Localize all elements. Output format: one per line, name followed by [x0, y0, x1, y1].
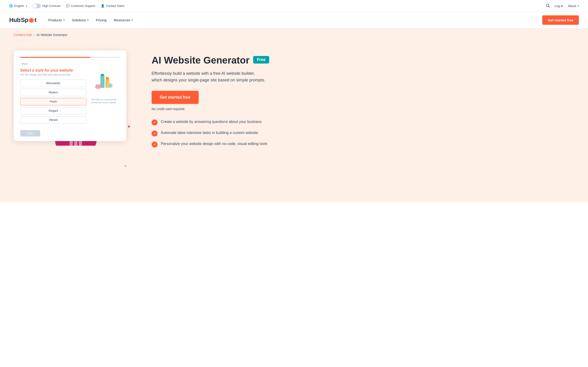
- feature-list: Create a website by answering questions …: [152, 119, 285, 148]
- chevron-down-icon: ▾: [132, 19, 133, 21]
- feature-item-2: Automate labor-intensive tasks in buildi…: [152, 130, 285, 136]
- option-elegant[interactable]: Elegant: [20, 107, 86, 115]
- nav-solutions[interactable]: Solutions ▾: [69, 16, 91, 24]
- svg-rect-3: [101, 74, 104, 76]
- sparkle-decoration-2: ✦: [127, 124, 131, 129]
- contact-sales-label: Contact Sales: [106, 4, 124, 8]
- language-label: English: [14, 4, 24, 8]
- back-arrow-icon: ‹: [20, 62, 21, 65]
- preview-title-style: style: [35, 68, 43, 72]
- search-icon[interactable]: [546, 3, 550, 8]
- feature-item-1: Create a website by answering questions …: [152, 119, 285, 125]
- logo-dot-icon: ◉: [29, 17, 34, 24]
- preview-card: ‹ Back Select a style for your website Y…: [14, 50, 126, 141]
- hero-title-row: AI Website Generator Free: [152, 55, 285, 66]
- chevron-down-icon: ▾: [26, 5, 27, 7]
- preview-next-button[interactable]: Next: [20, 130, 40, 136]
- hero-right: AI Website Generator Free Effortlessly b…: [152, 50, 285, 148]
- customer-support-label: Customer Support: [71, 4, 95, 8]
- top-bar: 🌐 English ▾ High Contrast 💬 Customer Sup…: [0, 0, 588, 12]
- check-icon-1: [152, 119, 157, 125]
- preview-options-list: Minimalistic Modern Fresh Elegant Vibran…: [20, 80, 86, 124]
- breadcrumb-parent-link[interactable]: Content Hub: [14, 33, 32, 37]
- hubspot-logo[interactable]: Hub Sp ◉ t: [9, 17, 36, 24]
- chevron-down-icon: ▾: [63, 19, 65, 21]
- high-contrast-label: High Contrast: [42, 4, 61, 8]
- get-started-nav-button[interactable]: Get started free: [542, 15, 579, 25]
- svg-rect-2: [100, 75, 104, 88]
- logo-hub: Hub: [9, 17, 20, 24]
- chevron-down-icon: ▾: [578, 5, 579, 7]
- customer-support-link[interactable]: 💬 Customer Support: [66, 4, 95, 8]
- hero-title: AI Website Generator: [152, 55, 250, 66]
- nav-items: Products ▾ Solutions ▾ Pricing Resources…: [45, 16, 135, 24]
- nav-products[interactable]: Products ▾: [45, 16, 67, 24]
- free-badge: Free: [253, 56, 269, 64]
- top-bar-left: 🌐 English ▾ High Contrast 💬 Customer Sup…: [9, 4, 124, 8]
- check-icon-3: [152, 142, 157, 148]
- preview-illustration: [90, 71, 120, 96]
- check-icon-2: [152, 131, 157, 136]
- option-modern[interactable]: Modern: [20, 89, 86, 96]
- svg-line-1: [549, 6, 550, 7]
- nav-pricing[interactable]: Pricing: [93, 16, 109, 24]
- no-credit-text: No credit card required.: [152, 107, 285, 111]
- hero-left: ✦ ✦ ‹ Back Select a style for your websi…: [14, 50, 133, 141]
- svg-point-0: [546, 4, 549, 7]
- chat-icon: 💬: [66, 4, 69, 8]
- hero-description: Effortlessly build a website with a free…: [152, 70, 267, 83]
- preview-subtitle: You can change your fonts and colors at …: [20, 73, 86, 76]
- breadcrumb: Content Hub › AI Website Generator: [0, 28, 588, 41]
- feature-text-2: Automate labor-intensive tasks in buildi…: [161, 130, 258, 135]
- preview-back-button[interactable]: ‹ Back: [20, 62, 120, 65]
- feature-text-1: Create a website by answering questions …: [161, 119, 262, 125]
- high-contrast-toggle[interactable]: High Contrast: [33, 4, 61, 8]
- login-link[interactable]: Log in: [554, 4, 563, 8]
- preview-title-prefix: Select a: [20, 68, 35, 72]
- svg-rect-8: [96, 84, 100, 88]
- globe-icon: 🌐: [9, 4, 13, 8]
- solutions-label: Solutions: [72, 18, 86, 22]
- option-vibrant[interactable]: Vibrant: [20, 116, 86, 124]
- logo-spot: Sp: [21, 17, 28, 24]
- feature-text-3: Personalize your website design with no-…: [161, 141, 267, 147]
- language-selector[interactable]: 🌐 English ▾: [9, 4, 27, 8]
- svg-point-10: [108, 84, 112, 87]
- contact-sales-link[interactable]: 👤 Contact Sales: [101, 4, 124, 8]
- person-icon: 👤: [101, 4, 104, 8]
- back-label: Back: [22, 62, 27, 65]
- pricing-label: Pricing: [96, 18, 106, 22]
- toggle-switch[interactable]: [33, 4, 41, 8]
- products-label: Products: [48, 18, 62, 22]
- top-bar-right: Log in About ▾: [546, 3, 579, 8]
- resources-label: Resources: [114, 18, 130, 22]
- svg-rect-5: [106, 77, 109, 79]
- option-minimalistic[interactable]: Minimalistic: [20, 80, 86, 87]
- option-fresh[interactable]: Fresh: [20, 98, 86, 105]
- preview-title-suffix: for your website: [44, 68, 73, 72]
- nav-left: Hub Sp ◉ t Products ▾ Solutions ▾ Pricin…: [9, 16, 136, 24]
- feature-item-3: Personalize your website design with no-…: [152, 141, 285, 148]
- breadcrumb-current: AI Website Generator: [36, 33, 67, 37]
- preview-card-topbar: [20, 57, 120, 58]
- nav-resources[interactable]: Resources ▾: [111, 16, 136, 24]
- about-label: About: [568, 4, 576, 8]
- main-nav: Hub Sp ◉ t Products ▾ Solutions ▾ Pricin…: [0, 12, 588, 28]
- preview-title: Select a style for your website: [20, 68, 86, 73]
- hero-cta-button[interactable]: Get started free: [152, 91, 199, 104]
- about-dropdown[interactable]: About ▾: [568, 4, 579, 8]
- preview-caption: This helps us customize the overall look…: [90, 98, 118, 104]
- sparkle-dot-decoration: [124, 165, 126, 167]
- toggle-knob: [33, 4, 37, 8]
- logo-ot: t: [35, 17, 36, 24]
- breadcrumb-separator: ›: [34, 33, 35, 37]
- hero-section: ✦ ✦ ‹ Back Select a style for your websi…: [0, 41, 588, 202]
- chevron-down-icon: ▾: [87, 19, 88, 21]
